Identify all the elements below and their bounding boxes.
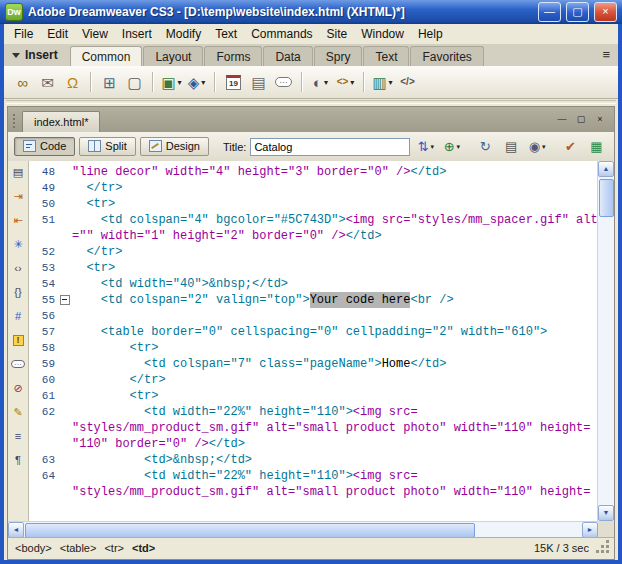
insert-tab-favorites[interactable]: Favorites <box>410 46 483 66</box>
menu-item-file[interactable]: File <box>7 25 40 44</box>
vertical-scroll-thumb[interactable] <box>599 179 614 217</box>
templates-icon[interactable]: ▥▾ <box>371 70 394 94</box>
insert-tab-text[interactable]: Text <box>363 46 409 66</box>
insert-tab-spry[interactable]: Spry <box>314 46 363 66</box>
email-link-icon[interactable]: ✉ <box>36 70 59 94</box>
insert-div-icon[interactable]: ▢ <box>123 70 146 94</box>
remove-comment-icon[interactable]: ⊘ <box>10 380 27 396</box>
images-icon[interactable]: ▣▾ <box>160 70 183 94</box>
insert-bar-menu-icon[interactable]: ≡ <box>594 47 618 66</box>
code-fold-icon[interactable] <box>59 292 72 308</box>
head-icon[interactable]: ◐▾ <box>309 70 332 94</box>
document-restore-button[interactable]: ▢ <box>573 113 589 127</box>
format-source-code-icon[interactable]: ¶ <box>10 452 27 468</box>
check-browser-compatibility-icon[interactable]: ▦ <box>585 136 608 157</box>
close-button[interactable]: × <box>594 2 617 22</box>
code-row: 54 <td width="40">&nbsp;</td> <box>29 276 598 292</box>
code-segment: "styles/mm_product_sm.gif" alt="small pr… <box>72 420 590 436</box>
fold-gutter <box>59 180 72 196</box>
tag-selector-item[interactable]: <table> <box>56 541 101 555</box>
fold-gutter <box>59 356 72 372</box>
insert-tab-data[interactable]: Data <box>263 46 312 66</box>
indent-code-icon[interactable]: ≡ <box>10 428 27 444</box>
code-segment: <img src= <box>353 404 418 420</box>
visual-aids-icon[interactable]: ◉▾ <box>526 136 549 157</box>
code-row: 50 <tr> <box>29 196 598 212</box>
validate-markup-icon[interactable]: ✔ <box>559 136 582 157</box>
server-side-include-icon[interactable]: ▤ <box>247 70 270 94</box>
code-segment: Your code here <box>310 292 411 308</box>
media-icon[interactable]: ◈▾ <box>185 70 208 94</box>
design-view-button[interactable]: Design <box>140 137 209 156</box>
document-close-button[interactable]: × <box>592 113 608 127</box>
hyperlink-icon[interactable]: ∞ <box>11 70 34 94</box>
tag-selector-item[interactable]: <body> <box>11 541 56 555</box>
code-editor[interactable]: 48"line decor" width="4" height="3" bord… <box>29 161 598 521</box>
line-number: 62 <box>29 404 59 420</box>
insert-tab-forms[interactable]: Forms <box>204 46 262 66</box>
collapse-full-tag-icon[interactable]: ⇥ <box>10 188 27 204</box>
code-view[interactable]: ▤⇥⇤✳‹›{}#!…⊘✎≡¶ 48"line decor" width="4"… <box>8 161 598 521</box>
document-window-controls: — ▢ × <box>554 113 611 132</box>
scroll-up-icon[interactable]: ▲ <box>598 161 614 177</box>
minimize-button[interactable]: — <box>538 2 561 22</box>
highlight-invalid-code-icon[interactable]: ! <box>10 332 27 348</box>
table-icon[interactable]: ⊞ <box>98 70 121 94</box>
fold-gutter <box>59 308 72 324</box>
preview-in-browser-icon[interactable]: ⊕▾ <box>440 136 463 157</box>
tag-chooser-icon[interactable]: </> <box>396 70 419 94</box>
code-view-button[interactable]: Code <box>14 137 75 156</box>
maximize-button[interactable]: ▢ <box>566 2 589 22</box>
code-view-label: Code <box>40 140 66 152</box>
menu-item-edit[interactable]: Edit <box>40 25 75 44</box>
menu-item-site[interactable]: Site <box>320 25 355 44</box>
date-icon[interactable]: 19 <box>222 70 245 94</box>
open-documents-icon[interactable]: ▤ <box>10 164 27 180</box>
menu-item-insert[interactable]: Insert <box>115 25 159 44</box>
expand-all-icon[interactable]: ✳ <box>10 236 27 252</box>
design-view-label: Design <box>166 140 200 152</box>
document-tab[interactable]: index.html* <box>22 111 100 132</box>
collapse-selection-icon[interactable]: ⇤ <box>10 212 27 228</box>
fold-gutter <box>59 340 72 356</box>
refresh-icon[interactable]: ↻ <box>474 136 497 157</box>
menu-item-view[interactable]: View <box>75 25 115 44</box>
menu-bar: FileEditViewInsertModifyTextCommandsSite… <box>4 24 618 45</box>
tag-selector-item[interactable]: <td> <box>128 541 159 555</box>
code-segment: </td> <box>209 436 245 452</box>
horizontal-scroll-thumb[interactable] <box>25 523 475 538</box>
apply-comment-icon[interactable]: … <box>10 356 27 372</box>
title-input[interactable] <box>250 138 410 156</box>
menu-item-modify[interactable]: Modify <box>159 25 208 44</box>
tag-selector-item[interactable]: <tr> <box>100 541 128 555</box>
split-view-button[interactable]: Split <box>79 137 135 156</box>
code-segment: </tr> <box>72 244 122 260</box>
scroll-down-icon[interactable]: ▼ <box>598 505 614 521</box>
file-management-icon[interactable]: ⇅▾ <box>414 136 437 157</box>
fold-gutter <box>59 212 72 228</box>
insert-bar-collapse[interactable]: Insert <box>4 48 70 66</box>
insert-tabs: CommonLayoutFormsDataSpryTextFavorites <box>70 46 485 66</box>
document-minimize-button[interactable]: — <box>554 113 570 127</box>
horizontal-scrollbar[interactable]: ◄ ► <box>8 521 598 538</box>
insert-tab-layout[interactable]: Layout <box>143 46 203 66</box>
line-numbers-icon[interactable]: # <box>10 308 27 324</box>
recent-snippets-icon[interactable]: ✎ <box>10 404 27 420</box>
script-icon[interactable]: <>▾ <box>334 70 357 94</box>
named-anchor-icon[interactable]: Ω <box>61 70 84 94</box>
scroll-right-icon[interactable]: ► <box>582 522 598 538</box>
menu-item-commands[interactable]: Commands <box>244 25 319 44</box>
menu-item-text[interactable]: Text <box>208 25 244 44</box>
vertical-scrollbar[interactable]: ▲ ▼ <box>597 161 614 521</box>
view-options-icon[interactable]: ▤ <box>500 136 523 157</box>
divider <box>6 100 616 104</box>
scroll-left-icon[interactable]: ◄ <box>8 522 24 538</box>
resize-grip-icon[interactable] <box>597 541 611 555</box>
drag-grip-icon[interactable] <box>13 114 18 128</box>
menu-item-help[interactable]: Help <box>411 25 450 44</box>
balance-braces-icon[interactable]: {} <box>10 284 27 300</box>
comment-icon[interactable]: … <box>272 70 295 94</box>
insert-tab-common[interactable]: Common <box>70 46 143 66</box>
menu-item-window[interactable]: Window <box>354 25 411 44</box>
select-parent-tag-icon[interactable]: ‹› <box>10 260 27 276</box>
